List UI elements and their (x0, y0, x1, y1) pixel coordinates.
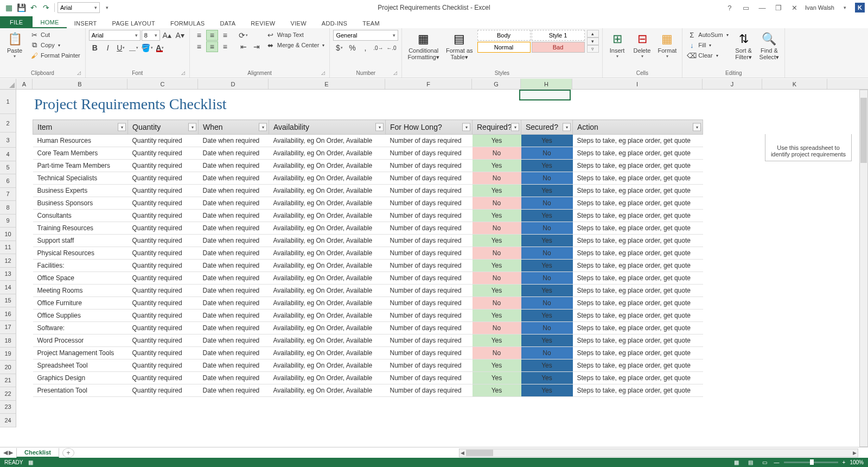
sheet-nav-next-icon[interactable]: ▶ (9, 449, 13, 456)
cell[interactable]: No (521, 247, 573, 260)
row-header-20[interactable]: 20 (0, 361, 16, 374)
tab-data[interactable]: DATA (212, 18, 243, 28)
cell[interactable]: Availability, eg On Order, Available (269, 335, 386, 347)
cell[interactable]: Yes (521, 384, 573, 397)
cell[interactable]: Number of days required (386, 235, 473, 247)
cell[interactable]: Business Experts (33, 185, 128, 197)
align-center-icon[interactable]: ≡ (206, 41, 218, 52)
cell[interactable]: Number of days required (386, 260, 473, 272)
row-header-4[interactable]: 4 (0, 148, 16, 161)
tab-insert[interactable]: INSERT (67, 18, 105, 28)
cell[interactable]: Graphics Design (33, 372, 128, 384)
cell[interactable]: Office Supplies (33, 310, 128, 322)
filter-sec-icon[interactable]: ▾ (563, 123, 571, 131)
cell[interactable]: Quantity required (128, 197, 199, 210)
cell[interactable]: Facilities: (33, 260, 128, 272)
cell[interactable]: No (473, 247, 521, 260)
cell[interactable]: Yes (473, 160, 521, 172)
cell[interactable]: No (473, 347, 521, 359)
cell[interactable]: Office Furniture (33, 297, 128, 310)
header-howlong[interactable]: For How Long?▾ (386, 120, 473, 135)
insert-cells-button[interactable]: ⊞Insert▾ (606, 30, 629, 60)
cell[interactable]: Steps to take, eg place order, get quote (573, 272, 703, 285)
tab-home[interactable]: HOME (33, 17, 66, 28)
cell[interactable]: Yes (473, 135, 521, 147)
cell[interactable]: Number of days required (386, 359, 473, 372)
cell[interactable]: Yes (473, 359, 521, 372)
cell[interactable]: No (521, 272, 573, 285)
tab-file[interactable]: FILE (0, 16, 33, 28)
cell[interactable]: Quantity required (128, 172, 199, 185)
row-header-19[interactable]: 19 (0, 348, 16, 361)
row-header-5[interactable]: 5 (0, 161, 16, 175)
cell[interactable]: Availability, eg On Order, Available (269, 247, 386, 260)
autosum-button[interactable]: ΣAutoSum▾ (686, 30, 730, 40)
header-action[interactable]: Action▾ (573, 120, 703, 135)
filter-item-icon[interactable]: ▾ (118, 123, 126, 131)
cell[interactable]: Spreadsheet Tool (33, 359, 128, 372)
cell[interactable]: Quantity required (128, 147, 199, 160)
cell[interactable]: Steps to take, eg place order, get quote (573, 160, 703, 172)
cell[interactable]: No (473, 297, 521, 310)
zoom-out-icon[interactable]: — (774, 459, 780, 465)
cell[interactable]: Availability, eg On Order, Available (269, 322, 386, 335)
find-select-button[interactable]: 🔍Find &Select▾ (757, 30, 782, 61)
cell[interactable]: Yes (521, 359, 573, 372)
cell[interactable]: Availability, eg On Order, Available (269, 235, 386, 247)
row-header-15[interactable]: 15 (0, 294, 16, 308)
cell[interactable]: Date when required (199, 285, 269, 297)
cell[interactable]: Number of days required (386, 210, 473, 222)
align-bottom-icon[interactable]: ≡ (219, 30, 231, 41)
cell[interactable]: Number of days required (386, 185, 473, 197)
cell[interactable]: Support staff (33, 235, 128, 247)
increase-decimal-icon[interactable]: .0→ (372, 42, 384, 53)
decrease-font-icon[interactable]: A▾ (174, 30, 186, 41)
view-normal-icon[interactable]: ▦ (732, 459, 742, 466)
minimize-icon[interactable]: — (756, 3, 768, 12)
cell[interactable]: Number of days required (386, 147, 473, 160)
sheet-nav-prev-icon[interactable]: ◀ (3, 449, 8, 456)
col-header-E[interactable]: E (269, 79, 385, 89)
cell[interactable]: Yes (473, 235, 521, 247)
cell[interactable]: Project Management Tools (33, 347, 128, 359)
cell[interactable]: Steps to take, eg place order, get quote (573, 322, 703, 335)
cell[interactable]: Date when required (199, 372, 269, 384)
style-body[interactable]: Body (477, 30, 531, 41)
style-normal[interactable]: Normal (477, 42, 531, 53)
clear-button[interactable]: ⌫Clear▾ (686, 51, 730, 60)
cell[interactable]: Quantity required (128, 384, 199, 397)
cell[interactable]: Business Sponsors (33, 197, 128, 210)
decrease-decimal-icon[interactable]: ←.0 (385, 42, 397, 53)
tab-view[interactable]: VIEW (283, 18, 314, 28)
filter-req-icon[interactable]: ▾ (511, 123, 519, 131)
cell[interactable]: Steps to take, eg place order, get quote (573, 335, 703, 347)
cell[interactable]: Quantity required (128, 272, 199, 285)
cell[interactable]: No (473, 197, 521, 210)
cell[interactable]: Steps to take, eg place order, get quote (573, 384, 703, 397)
view-pagelayout-icon[interactable]: ▤ (746, 459, 756, 466)
row-header-16[interactable]: 16 (0, 307, 16, 321)
cell[interactable]: Date when required (199, 185, 269, 197)
cell[interactable]: No (473, 147, 521, 160)
header-qty[interactable]: Quantity▾ (128, 120, 199, 135)
cell[interactable]: Date when required (199, 335, 269, 347)
cell[interactable]: Physical Resources (33, 247, 128, 260)
cell[interactable]: No (521, 172, 573, 185)
cell[interactable]: Date when required (199, 272, 269, 285)
cell[interactable]: Steps to take, eg place order, get quote (573, 297, 703, 310)
cell[interactable]: Steps to take, eg place order, get quote (573, 210, 703, 222)
font-color-icon[interactable]: A▾ (154, 42, 166, 53)
cell[interactable]: Quantity required (128, 310, 199, 322)
styles-more-icon[interactable]: ▿ (587, 45, 599, 53)
number-format-select[interactable]: General▾ (333, 30, 398, 41)
font-size-select[interactable]: 8▾ (142, 30, 160, 41)
cell[interactable]: No (473, 272, 521, 285)
delete-cells-button[interactable]: ⊟Delete▾ (631, 30, 654, 60)
cell[interactable]: Date when required (199, 222, 269, 235)
cell[interactable]: Date when required (199, 310, 269, 322)
tab-formulas[interactable]: FORMULAS (163, 18, 213, 28)
cell[interactable]: No (521, 297, 573, 310)
cell[interactable]: Availability, eg On Order, Available (269, 210, 386, 222)
cell[interactable]: Quantity required (128, 359, 199, 372)
cell[interactable]: Number of days required (386, 197, 473, 210)
